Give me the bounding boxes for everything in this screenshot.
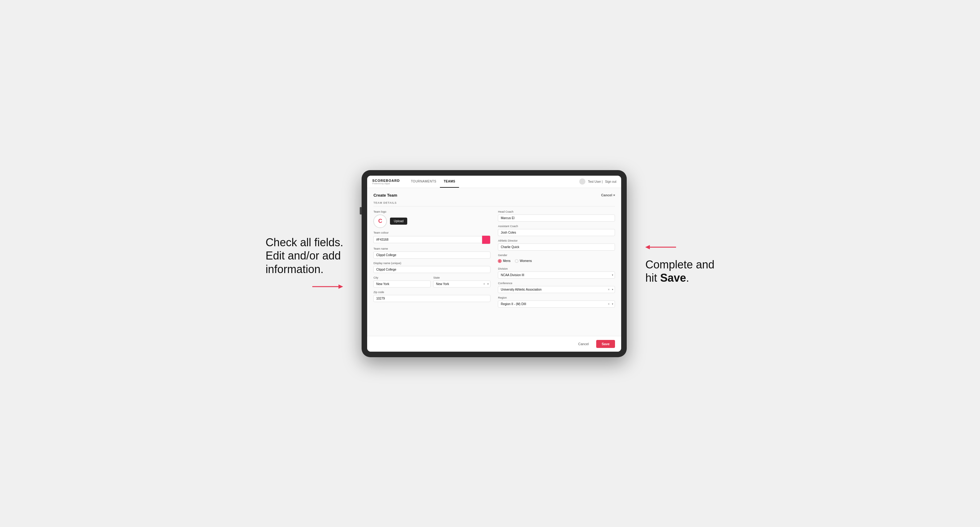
division-select-wrapper: NCAA Division III ▾	[498, 271, 615, 279]
head-coach-group: Head Coach	[498, 210, 615, 222]
team-name-input[interactable]	[373, 251, 490, 259]
gender-mens-option[interactable]: Mens	[498, 259, 510, 263]
region-group: Region Region II - (M) DIII × ▾	[498, 296, 615, 308]
form-footer: Cancel Save	[367, 336, 621, 352]
city-label: City	[373, 276, 431, 279]
navbar: SCOREBOARD Powered by clippd TOURNAMENTS…	[367, 176, 621, 188]
section-header: TEAM DETAILS	[373, 201, 615, 206]
team-logo-section: Team logo C Upload	[373, 210, 490, 228]
region-select[interactable]: Region II - (M) DIII	[498, 300, 615, 308]
city-input[interactable]	[373, 281, 431, 287]
state-clear-button[interactable]: ×	[484, 282, 485, 286]
page-title-row: Create Team Cancel ×	[373, 193, 615, 198]
logo-sub: Powered by clippd	[372, 183, 399, 185]
color-swatch[interactable]	[482, 235, 490, 244]
tablet-frame: SCOREBOARD Powered by clippd TOURNAMENTS…	[362, 170, 627, 357]
gender-womens-label: Womens	[520, 259, 532, 263]
gender-womens-option[interactable]: Womens	[515, 259, 532, 263]
team-name-label: Team name	[373, 247, 490, 250]
display-name-input[interactable]	[373, 266, 490, 273]
conference-group: Conference University Athletic Associati…	[498, 282, 615, 293]
nav-links: TOURNAMENTS TEAMS	[407, 176, 579, 188]
logo-preview-row: C Upload	[373, 214, 490, 228]
city-state-group: City State New York ×	[373, 276, 490, 287]
conference-label: Conference	[498, 282, 615, 285]
state-label: State	[433, 276, 490, 279]
region-select-wrapper: Region II - (M) DIII × ▾	[498, 300, 615, 308]
nav-logo: SCOREBOARD Powered by clippd	[372, 179, 399, 185]
team-colour-label: Team colour	[373, 231, 490, 234]
display-name-group: Display name (unique)	[373, 262, 490, 273]
gender-mens-label: Mens	[503, 259, 510, 263]
gender-group: Gender Mens Womens	[498, 254, 615, 264]
division-group: Division NCAA Division III ▾	[498, 267, 615, 279]
city-state-row: City State New York ×	[373, 276, 490, 287]
state-select-wrapper: New York × ▾	[433, 281, 490, 287]
state-select[interactable]: New York	[433, 281, 490, 287]
left-annotation: Check all fields. Edit and/or add inform…	[266, 236, 343, 291]
avatar	[579, 178, 585, 185]
page-title: Create Team	[373, 193, 397, 198]
zip-group: Zip code	[373, 290, 490, 302]
svg-marker-1	[339, 284, 343, 289]
right-arrow-icon	[645, 243, 676, 252]
state-group: State New York × ▾	[433, 276, 490, 287]
side-button	[360, 207, 362, 214]
form-grid: Team logo C Upload Team colour	[373, 210, 615, 308]
region-label: Region	[498, 296, 615, 299]
svg-marker-3	[645, 245, 650, 249]
team-logo-label: Team logo	[373, 210, 490, 213]
save-button[interactable]: Save	[596, 340, 615, 348]
conference-select[interactable]: University Athletic Association	[498, 286, 615, 293]
mens-radio-dot	[498, 259, 501, 263]
color-input-row	[373, 235, 490, 244]
main-content: Create Team Cancel × TEAM DETAILS Team l…	[367, 188, 621, 336]
left-arrow-icon	[312, 282, 343, 291]
zip-label: Zip code	[373, 290, 490, 294]
division-select[interactable]: NCAA Division III	[498, 271, 615, 279]
city-group: City	[373, 276, 431, 287]
head-coach-label: Head Coach	[498, 210, 615, 213]
assistant-coach-group: Assistant Coach	[498, 225, 615, 236]
nav-user: Test User |	[588, 180, 603, 183]
sign-out-link[interactable]: Sign out	[605, 180, 617, 183]
assistant-coach-label: Assistant Coach	[498, 225, 615, 228]
nav-tournaments[interactable]: TOURNAMENTS	[407, 176, 440, 188]
conference-select-wrapper: University Athletic Association × ▾	[498, 286, 615, 293]
team-name-group: Team name	[373, 247, 490, 259]
form-right: Head Coach Assistant Coach Athletic Dire…	[498, 210, 615, 308]
team-colour-input[interactable]	[373, 236, 482, 243]
logo-circle: C	[373, 214, 387, 228]
right-text: Complete and hit Save.	[645, 258, 714, 284]
nav-teams[interactable]: TEAMS	[440, 176, 459, 188]
form-left: Team logo C Upload Team colour	[373, 210, 490, 308]
athletic-director-input[interactable]	[498, 243, 615, 251]
left-text: Check all fields. Edit and/or add inform…	[266, 236, 343, 276]
nav-right: Test User | Sign out	[579, 178, 616, 185]
athletic-director-label: Athletic Director	[498, 239, 615, 242]
head-coach-input[interactable]	[498, 214, 615, 222]
tablet-screen: SCOREBOARD Powered by clippd TOURNAMENTS…	[367, 176, 621, 352]
zip-input[interactable]	[373, 295, 490, 302]
right-annotation: Complete and hit Save.	[645, 243, 714, 284]
cancel-x-button[interactable]: Cancel ×	[601, 193, 615, 197]
athletic-director-group: Athletic Director	[498, 239, 615, 251]
gender-radio-group: Mens Womens	[498, 258, 615, 264]
display-name-label: Display name (unique)	[373, 262, 490, 265]
cancel-button[interactable]: Cancel	[573, 340, 594, 348]
upload-button[interactable]: Upload	[390, 217, 407, 225]
womens-radio-dot	[515, 259, 519, 263]
assistant-coach-input[interactable]	[498, 229, 615, 236]
gender-label: Gender	[498, 254, 615, 257]
region-clear-button[interactable]: ×	[608, 302, 610, 306]
logo-main: SCOREBOARD	[372, 179, 399, 183]
division-label: Division	[498, 267, 615, 270]
conference-clear-button[interactable]: ×	[608, 288, 610, 291]
team-colour-group: Team colour	[373, 231, 490, 244]
